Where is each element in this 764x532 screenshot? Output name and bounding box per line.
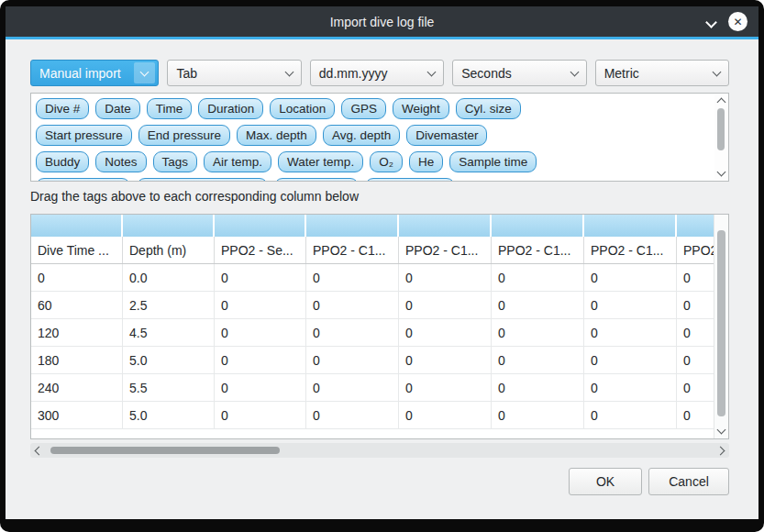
horizontal-scrollbar-thumb[interactable] [50, 447, 280, 454]
column-drop-cell[interactable] [215, 215, 306, 237]
table-row: 120 4.5 0 0 0 0 0 0 [31, 319, 714, 347]
tag-dive-number[interactable]: Dive # [36, 98, 89, 119]
table-cell: 0 [399, 374, 492, 401]
table-cell: 0.0 [123, 264, 215, 291]
close-button[interactable]: ✕ [728, 12, 747, 31]
window-title: Import dive log file [330, 15, 435, 29]
date-format-select[interactable]: dd.mm.yyyy [310, 60, 444, 86]
tag-buddy[interactable]: Buddy [36, 151, 89, 172]
cancel-button[interactable]: Cancel [648, 468, 729, 495]
table-row: 180 5.0 0 0 0 0 0 0 [31, 347, 714, 374]
tag-notes[interactable]: Notes [95, 151, 146, 172]
scroll-down-icon[interactable] [717, 168, 726, 177]
tag-row: Buddy Notes Tags Air temp. Water temp. O… [36, 151, 708, 172]
table-cell: 180 [31, 347, 123, 373]
table-row: 60 2.5 0 0 0 0 0 0 [31, 292, 714, 319]
tag-sample-po2[interactable]: Sample pO₂ [274, 178, 360, 182]
table-cell: 0 [215, 319, 306, 346]
table-cell: 0 [399, 292, 492, 318]
column-drop-cell[interactable] [584, 215, 677, 237]
table-horizontal-scrollbar[interactable] [30, 443, 729, 458]
table-cell: 0 [492, 374, 584, 401]
tag-avg-depth[interactable]: Avg. depth [323, 125, 400, 146]
column-drop-cell[interactable] [123, 215, 215, 237]
tag-end-pressure[interactable]: End pressure [138, 125, 230, 146]
rollup-button[interactable] [707, 14, 715, 30]
table-cell: 0 [215, 347, 306, 373]
scroll-down-icon[interactable] [717, 426, 726, 435]
units-value: Metric [604, 66, 639, 81]
table-cell: 0 [584, 374, 677, 401]
tag-max-depth[interactable]: Max. depth [237, 125, 316, 146]
tag-location[interactable]: Location [270, 98, 335, 119]
tag-date[interactable]: Date [95, 98, 140, 119]
scroll-up-icon[interactable] [717, 98, 726, 107]
table-cell: 0 [492, 292, 584, 318]
tag-duration[interactable]: Duration [198, 98, 263, 119]
chevron-down-icon [427, 67, 437, 76]
tag-start-pressure[interactable]: Start pressure [36, 125, 132, 146]
field-separator-select[interactable]: Tab [167, 60, 301, 86]
chevron-down-icon [713, 67, 722, 76]
table-cell: 0 [677, 292, 714, 318]
column-header: PPO2 - C1... [306, 237, 399, 263]
tag-air-temp[interactable]: Air temp. [204, 151, 271, 172]
table-cell: 0 [399, 264, 492, 291]
column-drop-cell[interactable] [677, 215, 714, 237]
tags-panel: Dive # Date Time Duration Location GPS W… [30, 93, 729, 182]
table-cell: 120 [31, 319, 123, 346]
import-mode-value: Manual import [39, 66, 121, 81]
tag-o2[interactable]: O₂ [370, 151, 403, 172]
tag-time[interactable]: Time [147, 98, 193, 119]
tag-he[interactable]: He [409, 151, 443, 172]
tags-scrollbar-thumb[interactable] [717, 108, 725, 150]
table-row: 300 5.0 0 0 0 0 0 0 [31, 402, 714, 429]
units-select[interactable]: Metric [595, 60, 729, 86]
tag-water-temp[interactable]: Water temp. [278, 151, 363, 172]
field-separator-value: Tab [176, 66, 197, 81]
table-cell: 60 [31, 292, 123, 318]
scroll-left-icon[interactable] [35, 447, 44, 456]
tag-sample-time[interactable]: Sample time [449, 151, 537, 172]
column-drop-cell[interactable] [492, 215, 584, 237]
dialog-content: Manual import Tab dd.mm.yyyy Seconds Met… [6, 39, 758, 519]
titlebar[interactable]: Import dive log file ✕ [6, 6, 758, 37]
table-header-row: Dive Time ... Depth (m) PPO2 - Se... PPO… [31, 237, 714, 264]
table-cell: 0 [492, 264, 584, 291]
table-row: 240 5.5 0 0 0 0 0 0 [31, 374, 714, 402]
column-drop-cell[interactable] [399, 215, 492, 237]
column-header: Dive Time ... [31, 237, 123, 263]
tag-weight[interactable]: Weight [393, 98, 449, 119]
tag-sample-cns[interactable]: Sample CNS [365, 178, 455, 182]
tag-divemaster[interactable]: Divemaster [406, 125, 487, 146]
column-header: PPO2 - Se... [215, 237, 306, 263]
scroll-right-icon[interactable] [716, 447, 725, 456]
table-cell: 0 [306, 292, 399, 318]
tag-sample-temperature[interactable]: Sample temperature [137, 178, 267, 182]
duration-format-select[interactable]: Seconds [452, 60, 586, 86]
table-cell: 0 [215, 292, 306, 318]
ok-button[interactable]: OK [569, 468, 642, 495]
table-cell: 0 [584, 264, 677, 291]
tag-cyl-size[interactable]: Cyl. size [456, 98, 521, 119]
import-mode-select[interactable]: Manual import [30, 60, 159, 86]
tag-gps[interactable]: GPS [341, 98, 386, 119]
instruction-text: Drag the tags above to each correspondin… [30, 189, 359, 204]
column-drop-cell[interactable] [306, 215, 399, 237]
table-cell: 0 [677, 264, 714, 291]
tags-scrollbar[interactable] [714, 94, 727, 180]
close-icon: ✕ [733, 17, 742, 28]
tag-tags[interactable]: Tags [153, 151, 198, 172]
tag-sample-depth[interactable]: Sample depth [36, 178, 130, 182]
table-cell: 0 [306, 347, 399, 373]
table-vertical-scrollbar[interactable] [714, 215, 728, 438]
dialog-buttons: OK Cancel [569, 468, 729, 495]
table-cell: 0 [492, 402, 584, 428]
table-vertical-scrollbar-thumb[interactable] [717, 230, 725, 416]
column-drop-cell[interactable] [31, 215, 123, 237]
table-cell: 5.0 [123, 347, 215, 373]
table-cell: 0 [677, 347, 714, 373]
table-cell: 0 [306, 319, 399, 346]
table-cell: 240 [31, 374, 123, 401]
table-cell: 0 [584, 319, 677, 346]
